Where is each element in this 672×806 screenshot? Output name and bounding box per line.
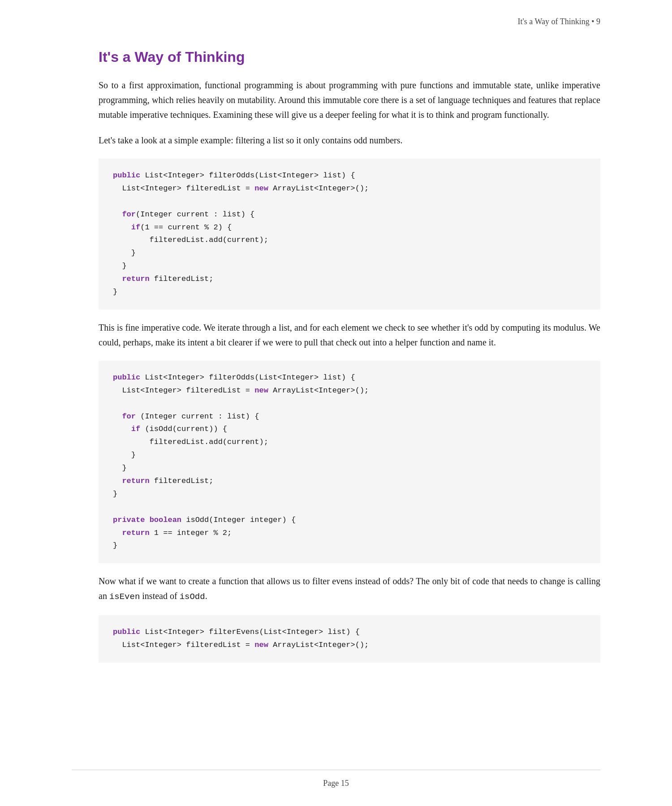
paragraph-2: Let's take a look at a simple example: f… bbox=[99, 133, 600, 148]
content-area: It's a Way of Thinking So to a first app… bbox=[0, 26, 672, 709]
page-divider bbox=[72, 770, 600, 770]
inline-code-iseven: isEven bbox=[109, 592, 140, 602]
page-header: It's a Way of Thinking • 9 bbox=[0, 0, 672, 26]
page-container: It's a Way of Thinking • 9 It's a Way of… bbox=[0, 0, 672, 806]
code-block-1: public List<Integer> filterOdds(List<Int… bbox=[99, 159, 600, 310]
header-text: It's a Way of Thinking • 9 bbox=[518, 17, 600, 26]
inline-code-isodd: isOdd bbox=[180, 592, 205, 602]
code-block-3: public List<Integer> filterEvens(List<In… bbox=[99, 615, 600, 663]
section-title: It's a Way of Thinking bbox=[99, 49, 600, 65]
paragraph-3: This is fine imperative code. We iterate… bbox=[99, 320, 600, 350]
paragraph-4-part3: . bbox=[205, 591, 207, 601]
page-footer: Page 15 bbox=[0, 779, 672, 788]
page-number: Page 15 bbox=[323, 779, 349, 788]
paragraph-1: So to a first approximation, functional … bbox=[99, 78, 600, 122]
paragraph-4-part2: instead of bbox=[140, 591, 179, 601]
code-block-2: public List<Integer> filterOdds(List<Int… bbox=[99, 361, 600, 563]
paragraph-4: Now what if we want to create a function… bbox=[99, 574, 600, 604]
